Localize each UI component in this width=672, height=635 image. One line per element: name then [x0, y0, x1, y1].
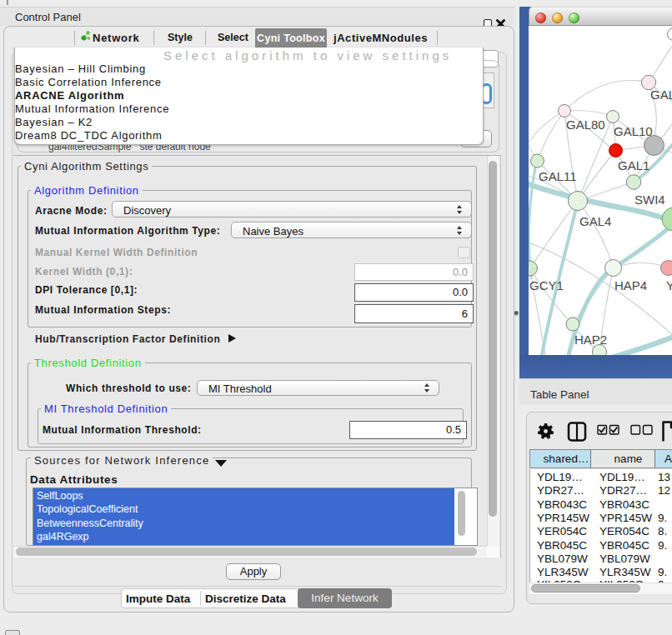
svg-text:GCY1: GCY1 [529, 278, 564, 292]
svg-text:SWI4: SWI4 [634, 192, 665, 207]
svg-text:GAL4: GAL4 [579, 214, 611, 228]
svg-text:HAP2: HAP2 [574, 332, 607, 347]
svg-text:Y: Y [666, 278, 672, 292]
svg-text:GAL11: GAL11 [539, 169, 577, 183]
svg-text:GAL10: GAL10 [614, 124, 653, 138]
svg-text:GAL1: GAL1 [618, 158, 649, 172]
svg-text:HAP4: HAP4 [614, 278, 647, 292]
svg-text:GAL2: GAL2 [650, 88, 672, 102]
svg-text:GAL80: GAL80 [566, 118, 605, 132]
